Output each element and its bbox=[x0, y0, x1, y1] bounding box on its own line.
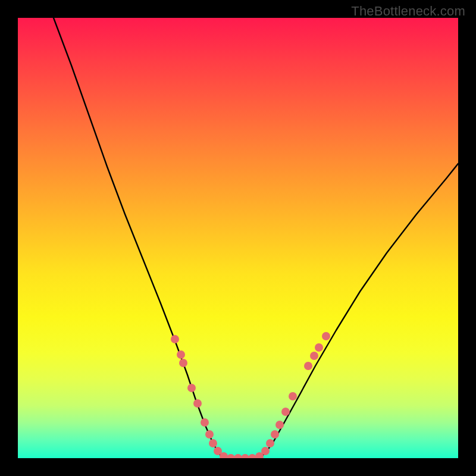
v-curve-path bbox=[54, 18, 458, 458]
data-point bbox=[261, 447, 270, 455]
data-point bbox=[187, 384, 196, 392]
outer-frame: TheBottleneck.com bbox=[0, 0, 476, 476]
watermark-text: TheBottleneck.com bbox=[351, 4, 465, 19]
plot-area bbox=[18, 18, 458, 458]
data-point bbox=[322, 332, 330, 340]
data-point bbox=[205, 430, 214, 439]
data-point bbox=[281, 408, 290, 416]
data-point bbox=[209, 439, 217, 447]
data-point bbox=[289, 392, 297, 400]
data-point bbox=[201, 418, 209, 427]
data-point bbox=[275, 421, 284, 429]
data-point bbox=[315, 343, 323, 352]
bottleneck-curve bbox=[18, 18, 458, 458]
data-point bbox=[310, 352, 318, 360]
data-point bbox=[304, 362, 312, 370]
data-point bbox=[248, 454, 256, 458]
data-point bbox=[234, 454, 242, 458]
data-point bbox=[177, 350, 185, 359]
data-point bbox=[193, 399, 202, 408]
data-point bbox=[179, 359, 187, 367]
data-point bbox=[241, 454, 249, 458]
data-point bbox=[171, 335, 179, 343]
data-point bbox=[227, 454, 235, 458]
data-point bbox=[271, 430, 279, 439]
data-point bbox=[266, 439, 274, 447]
